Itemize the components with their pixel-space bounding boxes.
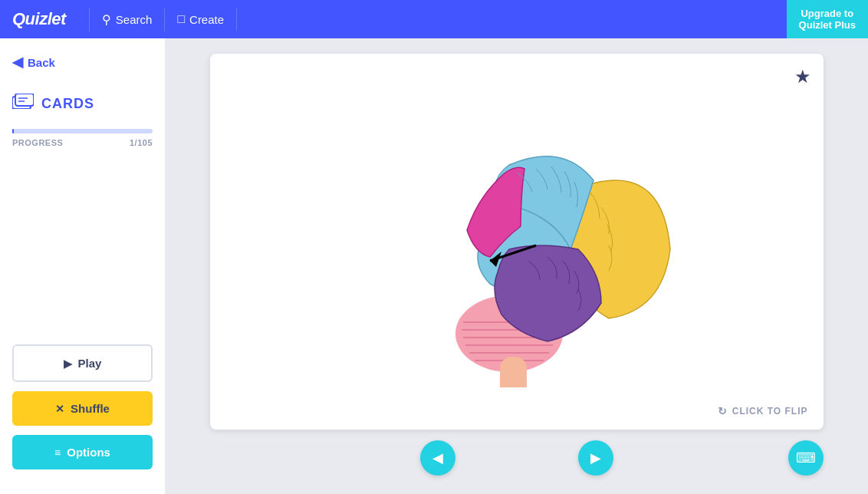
progress-bar-background [12, 129, 153, 133]
progress-label: PROGRESS [12, 138, 63, 147]
create-nav[interactable]: □ Create [165, 8, 237, 31]
next-card-button[interactable]: ▶ [578, 440, 613, 476]
progress-labels: PROGRESS 1/105 [12, 138, 153, 147]
content-area: ★ [165, 38, 868, 494]
card-navigation: ◀ ▶ ⌨ [210, 440, 824, 476]
prev-icon: ◀ [432, 450, 443, 466]
flip-label: CLICK TO FLIP [732, 406, 808, 417]
keyboard-icon: ⌨ [796, 450, 816, 466]
options-label: Options [67, 446, 110, 459]
progress-section: PROGRESS 1/105 [12, 129, 153, 147]
cards-label: CARDS [41, 96, 94, 112]
star-button[interactable]: ★ [794, 66, 811, 87]
search-nav[interactable]: ⚲ Search [89, 8, 166, 31]
options-icon: ≡ [54, 446, 61, 459]
options-button[interactable]: ≡ Options [12, 435, 153, 469]
sidebar: ◀ Back CARDS PROGRESS 1/105 [0, 38, 165, 494]
flashcard[interactable]: ★ [210, 54, 824, 430]
header: Quizlet ⚲ Search □ Create Upgrade to Qui… [0, 0, 868, 38]
main-layout: ◀ Back CARDS PROGRESS 1/105 [0, 38, 868, 494]
progress-value: 1/105 [130, 138, 153, 147]
prev-card-button[interactable]: ◀ [420, 440, 455, 476]
flip-icon: ↻ [718, 405, 728, 417]
logo: Quizlet [12, 9, 66, 29]
svg-rect-1 [15, 94, 34, 106]
back-arrow-icon: ◀ [12, 54, 23, 71]
cards-section: CARDS [12, 94, 153, 114]
shuffle-label: Shuffle [71, 402, 110, 415]
cards-icon [12, 94, 34, 114]
upgrade-line2: Quizlet Plus [799, 19, 856, 31]
play-icon: ▶ [64, 357, 72, 370]
shuffle-button[interactable]: ✕ Shuffle [12, 391, 153, 426]
upgrade-button[interactable]: Upgrade to Quizlet Plus [787, 0, 868, 38]
play-label: Play [78, 357, 102, 370]
create-label: Create [189, 13, 224, 26]
back-label: Back [28, 56, 55, 69]
keyboard-button[interactable]: ⌨ [788, 440, 824, 476]
search-icon: ⚲ [102, 12, 111, 27]
flip-button[interactable]: ↻ CLICK TO FLIP [718, 405, 808, 417]
create-icon: □ [177, 12, 185, 26]
shuffle-icon: ✕ [55, 403, 64, 415]
progress-bar-fill [12, 129, 14, 133]
next-icon: ▶ [590, 450, 601, 466]
search-label: Search [116, 13, 153, 26]
upgrade-line1: Upgrade to [801, 8, 853, 19]
svg-rect-11 [500, 357, 527, 387]
back-button[interactable]: ◀ Back [12, 54, 153, 71]
play-button[interactable]: ▶ Play [12, 344, 153, 382]
brain-image [356, 96, 678, 387]
